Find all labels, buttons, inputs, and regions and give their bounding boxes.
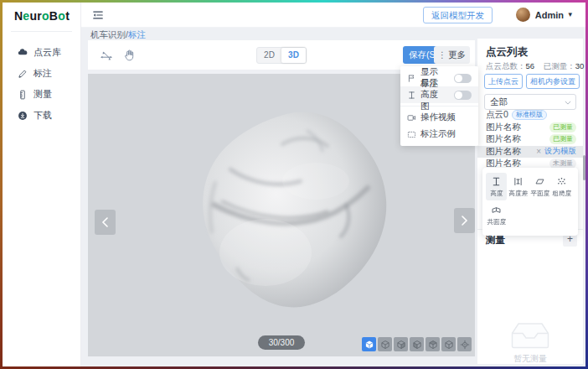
- empty-state: 暂无测量: [477, 322, 583, 365]
- example-frame-icon: [407, 130, 416, 139]
- measure-section-title: 测量: [486, 234, 505, 247]
- show-annotation-toggle[interactable]: [454, 74, 472, 83]
- height-ibeam-icon: [407, 91, 416, 100]
- view-3d-button[interactable]: [362, 337, 376, 351]
- item-name: 点云0: [486, 109, 508, 121]
- show-heightmap-toggle[interactable]: [454, 91, 472, 100]
- height-diff-icon: [513, 176, 524, 187]
- more-button[interactable]: ⋮更多: [434, 46, 470, 64]
- panel-actions: 上传点云 相机内参设置: [484, 74, 580, 89]
- chevron-down-icon: [565, 101, 571, 105]
- view-cube-top-button[interactable]: [378, 337, 392, 351]
- camera-intrinsics-button[interactable]: 相机内参设置: [526, 74, 580, 89]
- view-cube-right-button[interactable]: [441, 337, 456, 351]
- download-icon: [18, 111, 28, 121]
- sidebar-item-pointcloud-library[interactable]: 点云库: [3, 42, 81, 63]
- top-header: 返回模型开发 Admin ▾: [81, 3, 585, 28]
- mode-2d-button[interactable]: 2D: [257, 48, 281, 63]
- measure-tool-popup: 高度 高度差 平面度 粗糙度: [482, 168, 578, 236]
- item-name: 图片名称: [486, 146, 521, 158]
- sidebar-nav: 点云库 标注 测量 下载: [3, 42, 81, 126]
- menu-item-label: 标注示例: [420, 128, 456, 140]
- sidebar: NeuroBot 点云库 标注 测量 下载: [3, 3, 81, 366]
- menu-item-label: 操作视频: [420, 112, 456, 123]
- filter-selected-value: 全部: [490, 96, 508, 107]
- view-cube-front-button[interactable]: [394, 337, 408, 351]
- tool-label: 高度差: [508, 189, 528, 197]
- ellipsis-icon: ⋮: [438, 50, 446, 60]
- list-item-pointcloud[interactable]: 点云0 标准模版: [477, 109, 583, 122]
- list-item-image-selected[interactable]: 图片名称 × 设为模版: [477, 146, 583, 159]
- hand-pan-icon[interactable]: [123, 49, 137, 62]
- back-to-model-dev-button[interactable]: 返回模型开发: [423, 7, 493, 23]
- logo-part: t: [65, 9, 70, 23]
- breadcrumb: 机车识别/标注: [90, 29, 146, 41]
- cube-icon: [380, 340, 390, 350]
- upload-pointcloud-button[interactable]: 上传点云: [484, 74, 523, 89]
- close-icon[interactable]: ×: [536, 148, 541, 156]
- menu-item-operation-video[interactable]: 操作视频: [400, 109, 478, 126]
- more-dropdown-menu: 显示标注 显示高度图 操作视频 标注示例: [400, 66, 478, 146]
- sidebar-item-label: 点云库: [34, 46, 61, 59]
- pointcloud-list-panel: 点云列表 点云总数：56 已测量：30 上传点云 相机内参设置 全部 点云0 标…: [477, 39, 583, 364]
- app-logo: NeuroBot: [3, 9, 81, 23]
- sidebar-item-measure[interactable]: 测量: [3, 84, 81, 105]
- set-as-template-link[interactable]: 设为模版: [544, 146, 576, 157]
- template-badge: 标准模版: [512, 110, 547, 120]
- status-badge: 已测量: [549, 122, 576, 133]
- cube-icon: [396, 340, 406, 350]
- next-image-button[interactable]: [454, 208, 475, 233]
- logo-part: N: [14, 9, 23, 23]
- tool-height[interactable]: 高度: [486, 173, 507, 200]
- total-value: 56: [526, 61, 535, 70]
- flag-icon: [407, 74, 416, 83]
- breadcrumb-parent[interactable]: 机车识别: [90, 29, 126, 39]
- menu-fold-icon[interactable]: [92, 9, 104, 21]
- cube-icon: [428, 340, 438, 350]
- avatar[interactable]: [516, 8, 530, 22]
- item-name: 图片名称: [486, 122, 521, 133]
- item-name: 图片名称: [486, 133, 521, 145]
- sidebar-item-label: 测量: [34, 88, 52, 101]
- list-item-image[interactable]: 图片名称 已测量: [477, 122, 583, 134]
- measured-label: 已测量：: [544, 61, 575, 70]
- sidebar-item-download[interactable]: 下载: [3, 105, 81, 126]
- pagination-indicator: 30/300: [258, 335, 305, 350]
- view-cube-left-button[interactable]: [426, 337, 440, 351]
- logo-part: B: [49, 9, 58, 23]
- menu-item-show-heightmap[interactable]: 显示高度图: [400, 86, 478, 103]
- breadcrumb-current: 标注: [128, 29, 146, 39]
- reset-view-button[interactable]: [457, 337, 472, 351]
- view-cube-back-button[interactable]: [410, 337, 424, 351]
- scatter-dots-icon: [556, 176, 567, 187]
- list-item-image[interactable]: 图片名称 已测量: [477, 133, 583, 146]
- total-label: 点云总数：: [486, 61, 526, 70]
- cube-icon: [412, 340, 422, 350]
- sidebar-item-annotate[interactable]: 标注: [3, 63, 81, 84]
- view-orientation-bar: [362, 337, 472, 351]
- logo-gear-glyph: o: [58, 9, 65, 23]
- mode-3d-button[interactable]: 3D: [281, 48, 306, 63]
- filter-select[interactable]: 全部: [484, 94, 576, 110]
- tool-label: 平面度: [530, 189, 549, 197]
- frame-edge-left: [0, 0, 3, 369]
- screenshot-frame: NeuroBot 点云库 标注 测量 下载: [0, 0, 588, 369]
- tool-label: 高度: [490, 189, 503, 197]
- user-menu[interactable]: Admin: [535, 10, 564, 20]
- pointcloud-stats: 点云总数：56 已测量：30: [486, 61, 584, 72]
- cube-icon: [364, 340, 374, 350]
- tool-label: 共面度: [487, 217, 506, 226]
- ruler-icon: [18, 90, 28, 100]
- tool-height-difference[interactable]: 高度差: [508, 173, 529, 200]
- panel-title: 点云列表: [486, 45, 528, 60]
- menu-item-annotation-example[interactable]: 标注示例: [400, 126, 478, 143]
- tooth-3d-model: [182, 104, 393, 314]
- logo-part: ur: [29, 9, 42, 23]
- divider: [11, 31, 72, 32]
- tool-roughness[interactable]: 粗糙度: [551, 173, 572, 200]
- crosshair-icon: [460, 340, 470, 350]
- move-3d-icon[interactable]: [100, 49, 113, 62]
- tool-coplanarity[interactable]: 共面度: [486, 201, 507, 229]
- prev-image-button[interactable]: [95, 210, 116, 235]
- tool-flatness[interactable]: 平面度: [529, 173, 550, 200]
